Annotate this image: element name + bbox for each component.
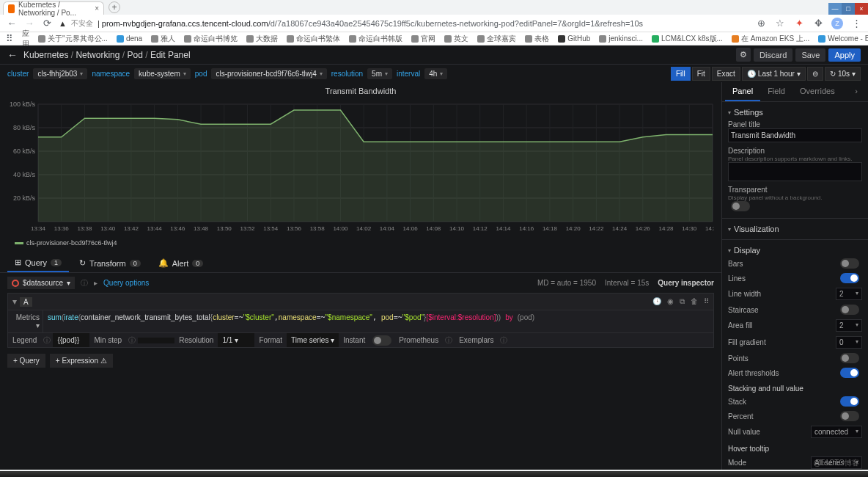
svg-text:14:30: 14:30 bbox=[682, 225, 697, 232]
query-toggle-icon[interactable]: ◉ bbox=[667, 297, 674, 306]
add-expression-button[interactable]: + Expression ⚠ bbox=[50, 354, 113, 368]
lines-toggle[interactable] bbox=[840, 273, 859, 283]
percent-toggle[interactable] bbox=[840, 411, 859, 421]
fit-button[interactable]: Fit bbox=[692, 67, 710, 81]
url-box[interactable]: ▲ 不安全 | prom-nvbgdjen-grafana.ccs.tencen… bbox=[59, 18, 749, 29]
query-drag-icon[interactable]: ⠿ bbox=[704, 297, 709, 306]
fill-button[interactable]: Fill bbox=[671, 67, 691, 81]
tab-alert[interactable]: 🔔 Alert 0 bbox=[151, 254, 211, 272]
points-toggle[interactable] bbox=[840, 353, 859, 363]
resolution-select[interactable]: 1/1 ▾ bbox=[218, 333, 254, 347]
bookmark-item[interactable]: 英文 bbox=[444, 34, 468, 44]
bookmark-item[interactable]: 命运白书韩版 bbox=[349, 34, 402, 44]
bookmark-item[interactable]: Welcome - Beats... bbox=[818, 34, 868, 43]
time-picker[interactable]: 🕓 Last 1 hour ▾ bbox=[742, 67, 806, 81]
side-tab-overrides[interactable]: Overrides bbox=[792, 82, 842, 101]
side-tab-field[interactable]: Field bbox=[760, 82, 792, 101]
window-minimize[interactable]: — bbox=[828, 3, 842, 15]
add-query-button[interactable]: + Query bbox=[7, 354, 45, 368]
nav-reload-icon[interactable]: ⟳ bbox=[41, 18, 53, 29]
save-button[interactable]: Save bbox=[795, 48, 825, 62]
format-select[interactable]: Time series ▾ bbox=[287, 333, 339, 347]
minstep-input[interactable] bbox=[138, 338, 174, 343]
staircase-toggle[interactable] bbox=[840, 305, 859, 315]
bookmark-item[interactable]: 命运白书博览 bbox=[184, 34, 238, 44]
tab-transform[interactable]: ↻ Transform 0 bbox=[72, 254, 148, 272]
watermark: @51CTO博客 bbox=[814, 458, 859, 468]
nav-forward-icon[interactable]: → bbox=[23, 18, 35, 29]
apply-button[interactable]: Apply bbox=[828, 48, 861, 62]
transparent-toggle[interactable] bbox=[731, 201, 750, 211]
translate-icon[interactable]: ⊕ bbox=[755, 18, 767, 29]
window-maximize[interactable]: □ bbox=[842, 3, 855, 15]
stack-toggle[interactable] bbox=[840, 396, 859, 407]
metrics-input[interactable]: sum(irate(container_network_transmit_byt… bbox=[43, 310, 713, 332]
section-settings[interactable]: Settings bbox=[728, 106, 862, 118]
bookmark-item[interactable]: 官网 bbox=[411, 34, 435, 44]
query-options-link[interactable]: Query options bbox=[103, 279, 149, 287]
side-expand-icon[interactable]: › bbox=[847, 82, 865, 101]
svg-text:14:16: 14:16 bbox=[519, 225, 534, 232]
window-controls: — □ × bbox=[828, 3, 868, 15]
bars-toggle[interactable] bbox=[840, 258, 859, 269]
menu-icon[interactable]: ⋮ bbox=[850, 18, 862, 29]
apps-icon[interactable]: ⠿ bbox=[6, 33, 13, 44]
profile-badge[interactable]: Z bbox=[831, 18, 843, 29]
chart-svg[interactable]: 20 kB/s40 kB/s60 kB/s80 kB/s100 kB/s 13:… bbox=[7, 97, 714, 236]
null-value-select[interactable]: connected bbox=[811, 426, 862, 438]
nav-back-icon[interactable]: ← bbox=[6, 18, 18, 29]
legend-input[interactable]: {{pod}} bbox=[53, 333, 89, 347]
var-pod-value[interactable]: cls-provisioner-bcd9f76c6-tlwj4 bbox=[211, 68, 326, 79]
var-interval-value[interactable]: 4h bbox=[424, 68, 447, 79]
line-width-select[interactable]: 2 bbox=[836, 288, 862, 300]
bookmark-item[interactable]: 关于"元界其母公... bbox=[38, 34, 108, 44]
settings-button[interactable]: ⚙ bbox=[736, 48, 751, 62]
query-inspector-button[interactable]: Query inspector bbox=[658, 279, 714, 287]
side-tab-panel[interactable]: Panel bbox=[725, 82, 760, 101]
bookmark-item[interactable]: 命运白书繁体 bbox=[287, 34, 340, 44]
area-fill-select[interactable]: 2 bbox=[836, 319, 862, 332]
extension-icon[interactable]: ✦ bbox=[793, 18, 805, 29]
section-visualization[interactable]: Visualization bbox=[728, 223, 862, 235]
browser-titlebar: Kubernetes / Networking / Po... × + — □ … bbox=[0, 0, 868, 15]
panel-title-input[interactable] bbox=[728, 128, 862, 142]
browser-tab[interactable]: Kubernetes / Networking / Po... × bbox=[3, 1, 104, 15]
instant-toggle[interactable] bbox=[372, 335, 391, 346]
new-tab-button[interactable]: + bbox=[108, 1, 120, 13]
var-namespace-value[interactable]: kube-system bbox=[134, 68, 191, 79]
puzzle-icon[interactable]: ✥ bbox=[812, 18, 824, 29]
bookmark-item[interactable]: 大数据 bbox=[246, 34, 278, 44]
bookmark-star-icon[interactable]: ☆ bbox=[774, 18, 786, 29]
chart-legend[interactable]: cls-provisioner-bcd9f76c6-tlwj4 bbox=[7, 236, 714, 250]
section-display[interactable]: Display bbox=[728, 244, 862, 256]
window-close[interactable]: × bbox=[855, 3, 868, 15]
zoom-out-button[interactable]: ⊖ bbox=[807, 67, 823, 81]
var-pod-label: pod bbox=[195, 70, 207, 78]
query-letter[interactable]: A bbox=[20, 297, 32, 307]
query-copy-icon[interactable]: ⧉ bbox=[680, 297, 685, 306]
back-arrow-icon[interactable]: ← bbox=[7, 49, 18, 61]
bookmark-item[interactable]: GitHub bbox=[558, 34, 590, 43]
bookmark-item[interactable]: 全球嘉宾 bbox=[477, 34, 516, 44]
panel-description-input[interactable] bbox=[728, 162, 862, 181]
query-delete-icon[interactable]: 🗑 bbox=[691, 297, 698, 306]
fill-gradient-select[interactable]: 0 bbox=[836, 336, 862, 349]
discard-button[interactable]: Discard bbox=[754, 48, 792, 62]
bookmark-item[interactable]: 雅人 bbox=[151, 34, 175, 44]
bookmark-item[interactable]: 在 Amazon EKS 上... bbox=[732, 34, 809, 44]
bookmark-item[interactable]: LCM&LCX k8s版... bbox=[652, 34, 723, 44]
bookmark-item[interactable]: jenkinsci... bbox=[599, 34, 643, 43]
var-cluster-value[interactable]: cls-fhhj2b03 bbox=[33, 68, 87, 79]
tab-query[interactable]: ⊞ Query 1 bbox=[7, 254, 69, 272]
windows-taskbar[interactable] bbox=[0, 471, 868, 477]
thresholds-toggle[interactable] bbox=[840, 368, 859, 378]
tab-close-icon[interactable]: × bbox=[95, 4, 99, 12]
exact-button[interactable]: Exact bbox=[712, 67, 740, 81]
var-resolution-value[interactable]: 5m bbox=[367, 68, 392, 79]
bookmark-item[interactable]: dena bbox=[117, 34, 142, 43]
svg-text:14:24: 14:24 bbox=[612, 225, 628, 232]
bookmark-item[interactable]: 表格 bbox=[525, 34, 549, 44]
refresh-button[interactable]: ↻ 10s ▾ bbox=[825, 67, 861, 81]
query-time-icon[interactable]: 🕓 bbox=[652, 297, 661, 306]
datasource-select[interactable]: $datasource ▾ bbox=[7, 277, 75, 289]
